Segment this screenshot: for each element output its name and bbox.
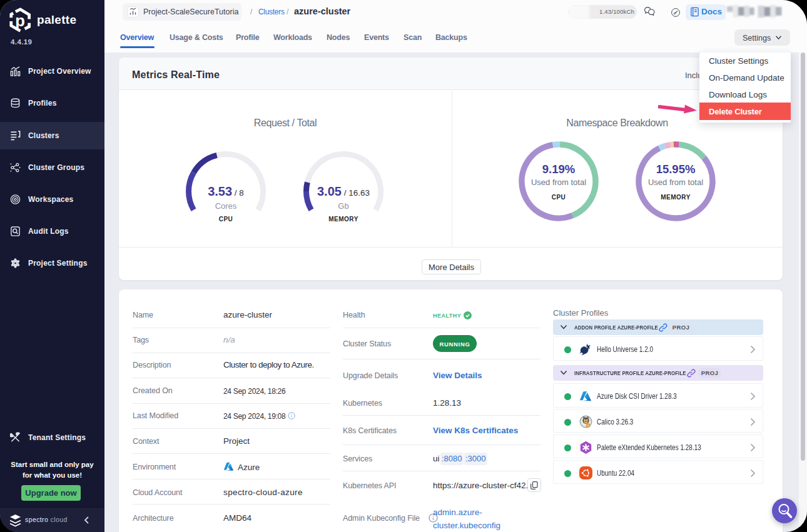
svg-text:p: p — [15, 12, 25, 29]
